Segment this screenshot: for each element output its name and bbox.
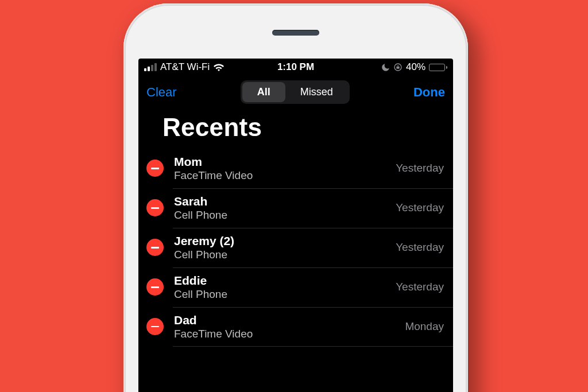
call-time: Yesterday — [396, 241, 453, 254]
cellular-signal-icon — [144, 63, 157, 71]
caller-name: Sarah — [174, 194, 391, 208]
do-not-disturb-icon — [381, 63, 390, 72]
done-button[interactable]: Done — [413, 85, 445, 100]
call-type: Cell Phone — [174, 208, 391, 222]
call-row[interactable]: Eddie Cell Phone Yesterday — [138, 267, 453, 307]
caller-name: Mom — [174, 154, 391, 169]
nav-bar: Clear All Missed Done — [138, 76, 453, 110]
call-type: Cell Phone — [174, 288, 391, 301]
delete-icon[interactable] — [146, 318, 164, 335]
page-title: Recents — [138, 110, 453, 149]
call-time: Monday — [405, 320, 453, 333]
carrier-label: AT&T Wi-Fi — [160, 61, 210, 73]
caller-name: Jeremy (2) — [174, 234, 391, 248]
call-time: Yesterday — [396, 162, 453, 174]
segment-missed[interactable]: Missed — [285, 82, 348, 102]
battery-percent-label: 40% — [406, 61, 425, 73]
call-type: Cell Phone — [174, 248, 391, 262]
call-row[interactable]: Mom FaceTime Video Yesterday — [138, 149, 453, 188]
caller-name: Dad — [174, 313, 400, 327]
phone-frame: AT&T Wi-Fi 1:10 PM 40% — [123, 3, 468, 392]
phone-speaker — [272, 30, 319, 36]
call-type: FaceTime Video — [174, 169, 391, 183]
call-time: Yesterday — [396, 201, 453, 214]
call-time: Yesterday — [396, 281, 453, 293]
delete-icon[interactable] — [146, 239, 164, 256]
clear-button[interactable]: Clear — [146, 85, 177, 100]
caller-name: Eddie — [174, 273, 391, 288]
call-row[interactable]: Dad FaceTime Video Monday — [138, 307, 453, 347]
delete-icon[interactable] — [146, 278, 164, 296]
delete-icon[interactable] — [146, 199, 164, 216]
recents-list: Mom FaceTime Video Yesterday Sarah Cell … — [138, 149, 453, 347]
segment-all[interactable]: All — [242, 82, 285, 102]
rotation-lock-icon — [393, 63, 403, 72]
delete-icon[interactable] — [146, 160, 164, 177]
status-bar: AT&T Wi-Fi 1:10 PM 40% — [138, 59, 453, 76]
clock-label: 1:10 PM — [277, 61, 314, 73]
battery-icon — [429, 64, 447, 71]
call-type: FaceTime Video — [174, 327, 400, 341]
phone-screen: AT&T Wi-Fi 1:10 PM 40% — [138, 59, 453, 392]
call-row[interactable]: Jeremy (2) Cell Phone Yesterday — [138, 228, 453, 267]
call-row[interactable]: Sarah Cell Phone Yesterday — [138, 188, 453, 228]
wifi-icon — [213, 63, 225, 71]
segmented-control: All Missed — [241, 80, 350, 104]
